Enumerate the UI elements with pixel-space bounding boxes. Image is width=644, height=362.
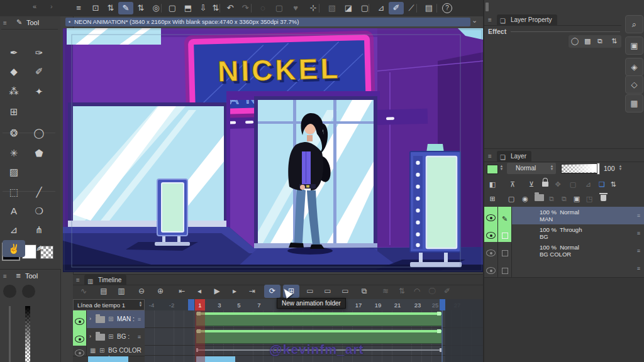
pencil-icon: ✎ xyxy=(502,215,508,222)
layer-paper-select-badge[interactable] xyxy=(498,260,512,277)
layer-man-visibility[interactable] xyxy=(484,207,498,224)
layer-row-man[interactable]: ✎ › 100 % NormalMAN ≡ xyxy=(484,207,644,225)
watermark: @kevinfm_art xyxy=(269,342,364,357)
layer-menu-icon[interactable]: ≡ xyxy=(637,248,640,254)
layer-row-bgcolor[interactable]: 100 % NormalBG COLOR ≡ xyxy=(484,242,644,260)
layer-menu-icon[interactable]: ≡ xyxy=(637,230,640,236)
layer-bgcolor-visibility[interactable] xyxy=(484,242,498,260)
layer-menu-icon[interactable]: ≡ xyxy=(637,265,640,272)
layer-paper-visibility[interactable] xyxy=(484,260,498,277)
square-badge-icon xyxy=(502,268,508,274)
layer-bg-select-badge[interactable] xyxy=(498,224,512,242)
clip-studio-paint-window: « › ≡⊡⇅✎⇅◎▢⬒⇩⇅↶↷◌▢♥⊹▧◪▢⊿✐⟋▤? › ✕ ≡ ✎ Too… xyxy=(0,0,644,362)
new-correction-layer[interactable]: ◉ xyxy=(518,192,532,205)
trash-icon xyxy=(601,195,606,201)
square-badge-icon xyxy=(502,250,508,256)
new-layer[interactable]: ▢ xyxy=(504,192,518,205)
combine-down[interactable]: ⧉ xyxy=(557,192,571,205)
square-badge-icon xyxy=(502,233,508,239)
eye-icon xyxy=(486,232,496,239)
tooltip-new-animation-folder: New animation folder xyxy=(277,298,346,309)
layer-row-paper[interactable]: 紙張 ≡ xyxy=(484,260,644,278)
new-layer-folder[interactable] xyxy=(532,192,546,205)
layer-man-draw-badge[interactable]: ✎ xyxy=(498,207,512,224)
new-layer-raster[interactable]: ⊞ xyxy=(486,192,499,205)
layer-menu-icon[interactable]: ≡ xyxy=(637,212,640,219)
layer-bgcolor-select-badge[interactable] xyxy=(498,242,512,260)
eye-icon xyxy=(486,250,496,256)
layer-row-bg[interactable]: › 100 % ThroughBG ≡ xyxy=(484,224,644,243)
transfer-down[interactable]: ⧉ xyxy=(545,192,558,205)
eye-icon xyxy=(486,267,496,274)
folder-icon xyxy=(535,194,544,201)
layer-mask[interactable]: ▣ xyxy=(570,192,584,205)
layer-bg-visibility[interactable] xyxy=(484,224,498,242)
delete-layer[interactable] xyxy=(596,192,610,205)
eye-icon xyxy=(486,214,496,221)
apply-mask[interactable]: ◳ xyxy=(582,192,596,205)
